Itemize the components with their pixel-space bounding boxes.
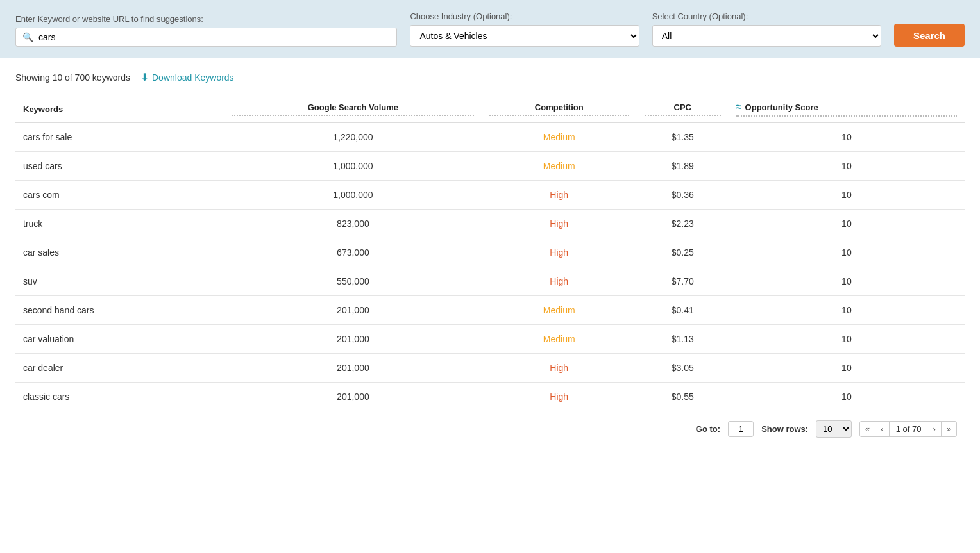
industry-group: Choose Industry (Optional): Autos & Vehi…: [410, 12, 639, 47]
col-opportunity: ≈ Opportunity Score: [729, 95, 965, 122]
table-row: cars com 1,000,000 High $0.36 10: [15, 181, 965, 210]
keyword-input[interactable]: [38, 32, 390, 42]
cell-opportunity: 10: [729, 296, 965, 325]
cell-volume: 201,000: [224, 354, 482, 383]
search-bar-section: Enter Keyword or website URL to find sug…: [0, 0, 980, 58]
cell-keyword: car sales: [15, 238, 224, 267]
cell-volume: 201,000: [224, 296, 482, 325]
cell-volume: 823,000: [224, 210, 482, 238]
cell-competition: High: [482, 354, 637, 383]
pagination-row: Go to: Show rows: 10 25 50 100 « ‹ 1 of …: [15, 411, 965, 440]
cell-volume: 1,220,000: [224, 122, 482, 152]
content-area: Showing 10 of 700 keywords ⬇ Download Ke…: [0, 58, 980, 453]
cell-keyword: truck: [15, 210, 224, 238]
cell-keyword: used cars: [15, 152, 224, 181]
cell-opportunity: 10: [729, 181, 965, 210]
cell-cpc: $7.70: [637, 267, 729, 296]
cell-opportunity: 10: [729, 325, 965, 354]
page-navigation: « ‹ 1 of 70 › »: [859, 421, 957, 437]
cell-opportunity: 10: [729, 122, 965, 152]
show-rows-label: Show rows:: [761, 424, 808, 434]
cell-keyword: car valuation: [15, 325, 224, 354]
industry-select[interactable]: Autos & Vehicles Arts & Entertainment Bu…: [410, 25, 639, 47]
cell-opportunity: 10: [729, 383, 965, 411]
page-prev-button[interactable]: ‹: [875, 422, 889, 436]
table-body: cars for sale 1,220,000 Medium $1.35 10 …: [15, 122, 965, 411]
country-group: Select Country (Optional): All United St…: [652, 12, 881, 47]
table-row: classic cars 201,000 High $0.55 10: [15, 383, 965, 411]
table-row: car valuation 201,000 Medium $1.13 10: [15, 325, 965, 354]
country-select[interactable]: All United States United Kingdom Canada …: [652, 25, 881, 47]
table-row: car sales 673,000 High $0.25 10: [15, 238, 965, 267]
cell-cpc: $2.23: [637, 210, 729, 238]
waves-icon: ≈: [736, 101, 742, 113]
keywords-table: Keywords Google Search Volume Competitio…: [15, 95, 965, 411]
col-competition: Competition: [482, 95, 637, 122]
table-row: car dealer 201,000 High $3.05 10: [15, 354, 965, 383]
download-keywords-link[interactable]: ⬇ Download Keywords: [140, 71, 234, 83]
cell-competition: High: [482, 383, 637, 411]
cell-cpc: $1.89: [637, 152, 729, 181]
col-divider-volume: [232, 115, 474, 116]
keyword-label: Enter Keyword or website URL to find sug…: [15, 14, 397, 24]
cell-competition: High: [482, 267, 637, 296]
table-row: second hand cars 201,000 Medium $0.41 10: [15, 296, 965, 325]
show-rows-select[interactable]: 10 25 50 100: [816, 420, 852, 438]
cell-cpc: $0.36: [637, 181, 729, 210]
summary-text: Showing 10 of 700 keywords: [15, 72, 130, 83]
cell-competition: Medium: [482, 122, 637, 152]
col-cpc: CPC: [637, 95, 729, 122]
opportunity-header: ≈ Opportunity Score: [736, 101, 957, 113]
table-row: used cars 1,000,000 Medium $1.89 10: [15, 152, 965, 181]
download-icon: ⬇: [140, 71, 149, 83]
col-volume: Google Search Volume: [224, 95, 482, 122]
cell-cpc: $3.05: [637, 354, 729, 383]
search-icon: 🔍: [22, 32, 33, 42]
cell-competition: Medium: [482, 296, 637, 325]
cell-cpc: $0.41: [637, 296, 729, 325]
cell-volume: 1,000,000: [224, 152, 482, 181]
cell-opportunity: 10: [729, 152, 965, 181]
cell-volume: 550,000: [224, 267, 482, 296]
cell-keyword: cars com: [15, 181, 224, 210]
cell-opportunity: 10: [729, 210, 965, 238]
cell-volume: 201,000: [224, 383, 482, 411]
search-button[interactable]: Search: [894, 24, 965, 47]
cell-cpc: $1.35: [637, 122, 729, 152]
cell-volume: 201,000: [224, 325, 482, 354]
cell-cpc: $0.55: [637, 383, 729, 411]
goto-input[interactable]: [728, 421, 754, 437]
col-divider-competition: [489, 115, 629, 116]
cell-competition: High: [482, 181, 637, 210]
table-header-row: Keywords Google Search Volume Competitio…: [15, 95, 965, 122]
summary-row: Showing 10 of 700 keywords ⬇ Download Ke…: [15, 71, 965, 83]
table-row: suv 550,000 High $7.70 10: [15, 267, 965, 296]
cell-cpc: $1.13: [637, 325, 729, 354]
page-first-button[interactable]: «: [860, 422, 875, 436]
cell-competition: Medium: [482, 325, 637, 354]
cell-volume: 673,000: [224, 238, 482, 267]
search-input-wrapper: 🔍: [15, 28, 397, 47]
cell-volume: 1,000,000: [224, 181, 482, 210]
page-info: 1 of 70: [890, 422, 928, 436]
industry-label: Choose Industry (Optional):: [410, 12, 639, 21]
cell-competition: High: [482, 238, 637, 267]
cell-keyword: car dealer: [15, 354, 224, 383]
cell-keyword: classic cars: [15, 383, 224, 411]
country-label: Select Country (Optional):: [652, 12, 881, 21]
cell-opportunity: 10: [729, 267, 965, 296]
cell-competition: High: [482, 210, 637, 238]
col-divider-opportunity: [736, 115, 957, 117]
table-row: truck 823,000 High $2.23 10: [15, 210, 965, 238]
cell-keyword: suv: [15, 267, 224, 296]
page-next-button[interactable]: ›: [927, 422, 941, 436]
page-last-button[interactable]: »: [942, 422, 956, 436]
col-keywords: Keywords: [15, 95, 224, 122]
goto-label: Go to:: [696, 424, 720, 434]
cell-cpc: $0.25: [637, 238, 729, 267]
cell-keyword: cars for sale: [15, 122, 224, 152]
cell-opportunity: 10: [729, 354, 965, 383]
cell-keyword: second hand cars: [15, 296, 224, 325]
table-row: cars for sale 1,220,000 Medium $1.35 10: [15, 122, 965, 152]
download-label: Download Keywords: [152, 72, 234, 83]
